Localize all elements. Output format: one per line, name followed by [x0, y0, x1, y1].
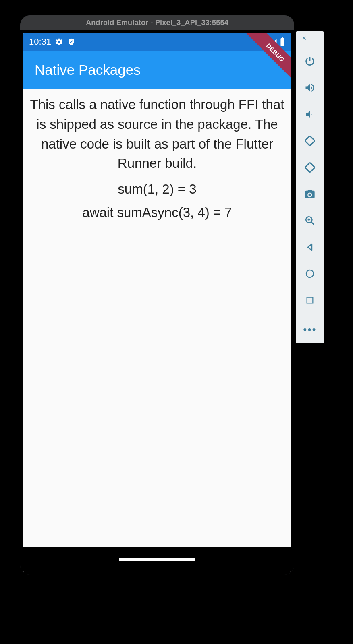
- emulator-title: Android Emulator - Pixel_3_API_33:5554: [86, 19, 228, 27]
- android-nav-bar[interactable]: [23, 547, 291, 572]
- gear-icon: [55, 38, 63, 46]
- wifi-icon: [259, 38, 268, 45]
- emulator-side-toolbar: × – •••: [296, 31, 324, 343]
- result-sum-async: await sumAsync(3, 4) = 7: [82, 205, 232, 220]
- camera-icon[interactable]: [299, 184, 320, 204]
- svg-rect-0: [305, 136, 315, 146]
- emulator-titlebar[interactable]: Android Emulator - Pixel_3_API_33:5554: [20, 15, 294, 30]
- status-left: 10:31: [29, 37, 75, 47]
- battery-icon: [280, 37, 285, 46]
- volume-down-icon[interactable]: [299, 104, 320, 125]
- device-screen[interactable]: 10:31: [23, 33, 291, 572]
- home-icon[interactable]: [299, 263, 320, 284]
- android-status-bar: 10:31: [23, 33, 291, 51]
- svg-rect-2: [305, 163, 315, 173]
- more-options-icon[interactable]: •••: [303, 324, 316, 336]
- rotate-right-icon[interactable]: [299, 157, 320, 178]
- app-bar-title: Native Packages: [35, 62, 141, 78]
- power-icon[interactable]: [299, 51, 320, 72]
- svg-point-1: [306, 138, 307, 139]
- volume-up-icon[interactable]: [299, 77, 320, 98]
- minimize-button[interactable]: –: [314, 35, 318, 42]
- overview-icon[interactable]: [299, 290, 320, 311]
- zoom-in-icon[interactable]: [299, 210, 320, 231]
- back-icon[interactable]: [299, 237, 320, 258]
- svg-rect-10: [307, 297, 313, 303]
- result-sum: sum(1, 2) = 3: [118, 182, 196, 197]
- description-text: This calls a native function through FFI…: [29, 95, 285, 173]
- app-bar: Native Packages: [23, 51, 291, 89]
- svg-point-9: [306, 270, 314, 277]
- svg-line-6: [311, 222, 314, 225]
- rotate-left-icon[interactable]: [299, 130, 320, 151]
- status-right: [259, 37, 285, 46]
- app-content: This calls a native function through FFI…: [23, 89, 291, 547]
- shield-icon: [67, 37, 75, 46]
- home-gesture-pill[interactable]: [119, 558, 195, 561]
- cellular-icon: [270, 38, 277, 45]
- svg-point-3: [312, 165, 314, 166]
- close-button[interactable]: ×: [302, 35, 307, 42]
- device-frame: 10:31: [20, 30, 294, 575]
- emulator-window: Android Emulator - Pixel_3_API_33:5554 1…: [20, 15, 294, 575]
- status-time: 10:31: [29, 37, 51, 47]
- window-buttons: × –: [302, 35, 318, 42]
- svg-point-4: [309, 194, 311, 196]
